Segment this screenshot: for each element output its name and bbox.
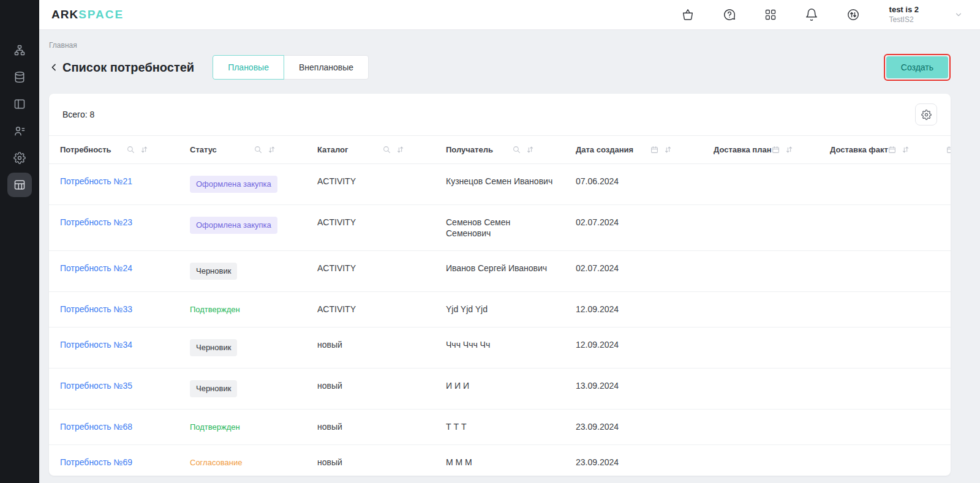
catalog-cell: ACTIVITY — [317, 217, 356, 227]
app-root: ARKSPACE test is 2 TestIS2 Главная — [0, 0, 980, 483]
sidebar-item-layout[interactable] — [7, 92, 32, 116]
topbar-right: test is 2 TestIS2 — [681, 5, 963, 24]
sort-icon[interactable] — [664, 146, 672, 154]
column-controls — [888, 146, 910, 154]
sort-icon[interactable] — [140, 146, 148, 154]
table-header-row: ПотребностьСтатусКаталогПолучательДата с… — [49, 136, 951, 164]
sidebar-item-structure[interactable] — [7, 38, 32, 62]
column-header: Получатель — [435, 136, 565, 164]
catalog-cell: новый — [317, 381, 342, 391]
tab-unplanned[interactable]: Внеплановые — [284, 55, 369, 80]
calendar-icon[interactable] — [772, 146, 780, 154]
created-date-cell: 23.09.2024 — [576, 422, 619, 432]
created-date-cell: 02.07.2024 — [576, 217, 619, 227]
catalog-cell: ACTIVITY — [317, 263, 356, 273]
sort-icon[interactable] — [526, 146, 534, 154]
search-icon[interactable] — [127, 146, 135, 154]
sort-icon[interactable] — [902, 146, 910, 154]
recipient-cell: Кузнецов Семен Иванович — [446, 176, 552, 187]
recipient-cell: Ччч Ччч Чч — [446, 339, 490, 350]
user-block[interactable]: test is 2 TestIS2 — [889, 5, 919, 24]
create-button[interactable]: Создать — [886, 56, 948, 78]
brand-logo: ARKSPACE — [51, 8, 124, 21]
status-badge: Подтвержден — [190, 422, 240, 432]
column-header: Потребность — [49, 136, 179, 164]
sidebar-item-users[interactable] — [7, 119, 32, 143]
recipient-cell: И И И — [446, 380, 469, 391]
calendar-icon[interactable] — [888, 146, 896, 154]
structure-icon — [13, 44, 26, 56]
column-controls — [946, 146, 951, 154]
catalog-cell: новый — [317, 457, 342, 467]
sort-icon[interactable] — [268, 146, 276, 154]
sidebar-item-settings[interactable] — [7, 146, 32, 170]
column-controls — [772, 146, 793, 154]
create-button-highlight: Создать — [884, 54, 951, 81]
calendar-icon[interactable] — [946, 146, 951, 154]
page-title: Список потребностей — [62, 61, 194, 75]
need-link[interactable]: Потребность №35 — [60, 381, 132, 391]
column-header — [935, 136, 951, 164]
table-settings-button[interactable] — [915, 103, 937, 125]
sidebar-item-table[interactable] — [7, 173, 32, 197]
created-date-cell: 13.09.2024 — [576, 381, 619, 391]
topbar: ARKSPACE test is 2 TestIS2 — [39, 0, 980, 30]
table-icon — [13, 179, 26, 191]
status-badge: Подтвержден — [190, 305, 240, 314]
search-icon[interactable] — [383, 146, 391, 154]
need-link[interactable]: Потребность №24 — [60, 263, 132, 273]
back-button[interactable] — [49, 62, 62, 72]
column-label: Доставка факт — [830, 145, 888, 154]
calendar-icon[interactable] — [650, 146, 658, 154]
bell-icon[interactable] — [805, 8, 818, 21]
table-row: Потребность №68ПодтвержденновыйТ Т Т23.0… — [49, 410, 951, 445]
need-link[interactable]: Потребность №21 — [60, 176, 132, 186]
need-link[interactable]: Потребность №33 — [60, 304, 132, 314]
catalog-cell: новый — [317, 340, 342, 350]
sidebar-item-database[interactable] — [7, 65, 32, 89]
sidebar — [0, 0, 39, 483]
table-body: Потребность №21Оформлена закупкаACTIVITY… — [49, 164, 951, 476]
need-link[interactable]: Потребность №69 — [60, 457, 132, 467]
main-area: ARKSPACE test is 2 TestIS2 Главная — [39, 0, 980, 483]
user-account: TestIS2 — [889, 15, 919, 24]
column-controls — [127, 146, 148, 154]
breadcrumb[interactable]: Главная — [49, 41, 951, 50]
settings-icon — [13, 152, 26, 164]
tabs: ПлановыеВнеплановые — [213, 55, 369, 80]
table-row: Потребность №34ЧерновикновыйЧчч Ччч Чч12… — [49, 328, 951, 369]
tab-planned[interactable]: Плановые — [213, 55, 284, 80]
catalog-cell: ACTIVITY — [317, 304, 356, 314]
content: Главная Список потребностей ПлановыеВнеп… — [39, 30, 980, 483]
search-icon[interactable] — [254, 146, 262, 154]
basket-icon[interactable] — [681, 8, 695, 21]
created-date-cell: 12.09.2024 — [576, 340, 619, 350]
sort-icon[interactable] — [396, 146, 404, 154]
created-date-cell: 02.07.2024 — [576, 263, 619, 273]
status-badge: Черновик — [190, 380, 237, 397]
column-label: Потребность — [60, 145, 111, 154]
card-top: Всего: 8 — [49, 94, 951, 135]
sort-icon[interactable] — [785, 146, 793, 154]
search-icon[interactable] — [513, 146, 521, 154]
column-label: Получатель — [446, 145, 493, 154]
need-link[interactable]: Потребность №34 — [60, 340, 132, 350]
chevron-down-icon[interactable] — [954, 10, 963, 19]
brand-name-accent: SPACE — [78, 8, 124, 21]
needs-table-card: Всего: 8 ПотребностьСтатусКаталогПолучат — [49, 94, 951, 476]
column-label: Статус — [190, 145, 217, 154]
database-icon — [13, 71, 26, 83]
gear-icon — [921, 110, 932, 120]
apps-icon[interactable] — [764, 9, 777, 21]
need-link[interactable]: Потребность №68 — [60, 422, 132, 432]
sync-icon[interactable] — [846, 8, 860, 21]
recipient-cell: Т Т Т — [446, 421, 466, 432]
status-badge: Согласование — [190, 458, 242, 467]
column-header: Доставка план — [703, 136, 819, 164]
title-row: Список потребностей ПлановыеВнеплановые … — [49, 54, 951, 80]
table-row: Потребность №35ЧерновикновыйИ И И13.09.2… — [49, 369, 951, 410]
need-link[interactable]: Потребность №23 — [60, 217, 132, 227]
created-date-cell: 12.09.2024 — [576, 304, 619, 314]
help-icon[interactable] — [723, 8, 736, 21]
column-label: Дата создания — [576, 145, 633, 154]
